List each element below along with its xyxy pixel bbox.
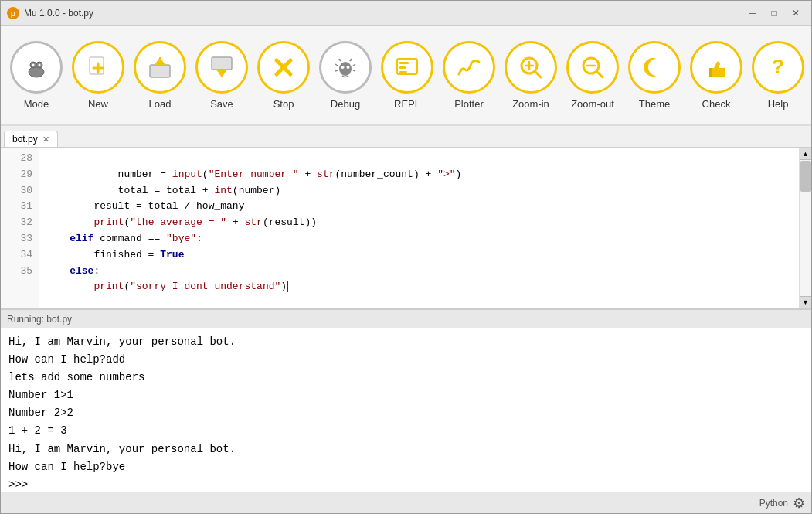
theme-button[interactable]: Theme xyxy=(625,32,684,117)
save-icon-circle xyxy=(195,41,248,94)
line-number: 30 xyxy=(7,183,32,199)
svg-rect-27 xyxy=(399,66,406,69)
zoom-in-icon-circle xyxy=(505,41,557,94)
help-icon: ? xyxy=(763,53,793,82)
save-button[interactable]: Save xyxy=(192,32,251,117)
mode-button[interactable]: Mode xyxy=(7,32,66,117)
svg-line-17 xyxy=(339,59,341,61)
svg-line-18 xyxy=(350,59,352,61)
editor-area: 28 29 30 31 32 33 34 35 number = input("… xyxy=(1,148,811,310)
line-number: 33 xyxy=(7,231,32,247)
window-title: Mu 1.0.0 - bot.py xyxy=(24,8,743,19)
svg-line-30 xyxy=(535,71,541,77)
repl-line: Hi, I am Marvin, your personal bot. xyxy=(8,333,804,351)
repl-line: lets add some numbers xyxy=(8,369,804,386)
stop-button[interactable]: Stop xyxy=(254,32,313,117)
svg-text:?: ? xyxy=(772,55,784,78)
code-editor[interactable]: number = input("Enter number " + str(num… xyxy=(39,148,799,308)
help-icon-circle: ? xyxy=(752,41,804,94)
svg-point-20 xyxy=(347,66,350,69)
mode-label: Mode xyxy=(24,98,49,110)
svg-point-3 xyxy=(32,63,35,66)
svg-point-0 xyxy=(29,66,44,77)
repl-output[interactable]: Hi, I am Marvin, your personal bot. How … xyxy=(1,328,811,492)
repl-button[interactable]: REPL xyxy=(378,32,437,117)
line-number: 28 xyxy=(7,151,32,167)
theme-label: Theme xyxy=(639,98,670,110)
scroll-thumb[interactable] xyxy=(800,161,811,192)
load-button[interactable]: Load xyxy=(131,32,189,117)
load-icon-circle xyxy=(134,41,186,94)
repl-icon-circle xyxy=(381,41,433,94)
plotter-icon-circle xyxy=(443,41,495,94)
repl-line: How can I help?add xyxy=(8,351,804,369)
repl-line: Number 1>1 xyxy=(8,386,804,404)
running-status: Running: bot.py xyxy=(7,314,72,325)
plotter-button[interactable]: Plotter xyxy=(440,32,498,117)
zoom-out-button[interactable]: Zoom-out xyxy=(563,32,622,117)
repl-line: Hi, I am Marvin, your personal bot. xyxy=(8,441,804,458)
zoom-in-icon xyxy=(516,53,545,82)
scroll-down-arrow[interactable]: ▼ xyxy=(800,296,812,308)
debug-icon xyxy=(331,53,359,81)
new-icon xyxy=(83,53,113,82)
check-icon xyxy=(702,53,731,82)
check-button[interactable]: Check xyxy=(687,32,746,117)
toolbar: Mode New Load xyxy=(1,26,811,126)
plotter-icon xyxy=(454,53,484,82)
svg-rect-5 xyxy=(90,57,104,74)
zoom-in-label: Zoom-in xyxy=(512,98,549,110)
check-label: Check xyxy=(702,98,731,110)
help-label: Help xyxy=(768,98,789,110)
help-button[interactable]: ? Help xyxy=(749,32,807,117)
svg-rect-8 xyxy=(150,65,170,77)
svg-rect-11 xyxy=(212,57,232,70)
line-number: 29 xyxy=(7,167,32,183)
save-label: Save xyxy=(210,98,233,110)
line-number: 31 xyxy=(7,199,32,215)
maximize-button[interactable]: □ xyxy=(765,5,783,21)
settings-icon[interactable]: ⚙ xyxy=(793,495,805,512)
window-controls: ─ □ ✕ xyxy=(743,5,805,21)
tab-close-button[interactable]: ✕ xyxy=(42,135,49,144)
svg-rect-36 xyxy=(709,68,712,77)
new-button[interactable]: New xyxy=(69,32,127,117)
theme-icon-circle xyxy=(628,41,681,94)
svg-point-16 xyxy=(339,62,352,76)
repl-line: How can I help?bye xyxy=(8,458,804,476)
svg-line-22 xyxy=(335,70,338,71)
tab-bar: bot.py ✕ xyxy=(1,126,811,148)
tab-filename: bot.py xyxy=(12,134,38,145)
zoom-out-icon xyxy=(578,53,607,82)
zoom-in-button[interactable]: Zoom-in xyxy=(501,32,560,117)
zoom-out-label: Zoom-out xyxy=(571,98,614,110)
line-numbers: 28 29 30 31 32 33 34 35 xyxy=(1,148,39,308)
minimize-button[interactable]: ─ xyxy=(743,5,762,21)
line-number: 34 xyxy=(7,247,32,264)
theme-icon xyxy=(640,53,669,82)
python-label: Python xyxy=(759,498,788,509)
mode-icon xyxy=(22,53,50,81)
editor-scrollbar[interactable]: ▲ ▼ xyxy=(799,148,811,308)
debug-icon-circle xyxy=(319,41,372,94)
svg-rect-26 xyxy=(399,62,409,64)
repl-icon xyxy=(392,53,422,82)
svg-point-19 xyxy=(341,66,345,69)
repl-line: Number 2>2 xyxy=(8,404,804,422)
editor-tab[interactable]: bot.py ✕ xyxy=(4,131,58,147)
svg-line-24 xyxy=(353,70,355,71)
save-icon xyxy=(207,53,236,82)
close-button[interactable]: ✕ xyxy=(787,5,805,21)
scroll-up-arrow[interactable]: ▲ xyxy=(800,148,812,160)
debug-label: Debug xyxy=(331,98,360,110)
scroll-track xyxy=(800,160,811,296)
titlebar: μ Mu 1.0.0 - bot.py ─ □ ✕ xyxy=(1,1,811,26)
mode-icon-circle xyxy=(10,41,63,94)
debug-button[interactable]: Debug xyxy=(316,32,375,117)
stop-icon-circle xyxy=(257,41,310,94)
line-number: 35 xyxy=(7,264,32,280)
svg-rect-28 xyxy=(399,71,407,73)
plotter-label: Plotter xyxy=(454,98,484,110)
new-label: New xyxy=(88,98,108,110)
status-bar: Running: bot.py xyxy=(1,310,811,328)
